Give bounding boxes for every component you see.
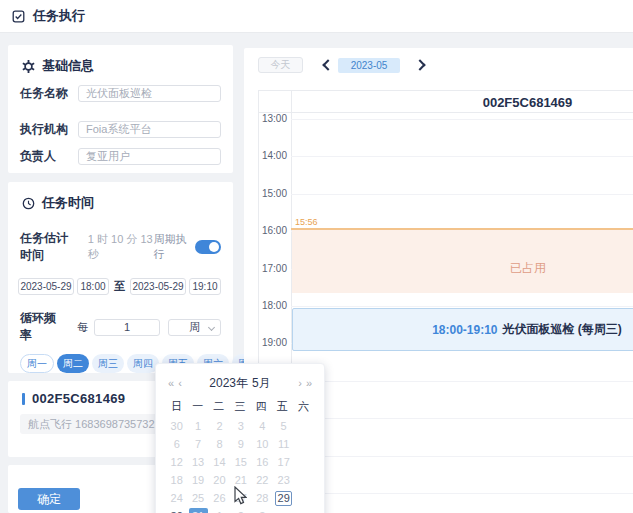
- page-title: 任务执行: [33, 7, 85, 25]
- estimate-label: 任务估计时间: [20, 230, 80, 264]
- frequency-unit-value: 周: [189, 321, 200, 333]
- hour-label: 15:00: [259, 188, 287, 199]
- year-select[interactable]: 2023年: [209, 375, 248, 392]
- hour-gridline: [291, 119, 633, 120]
- date-cell-30[interactable]: 30: [166, 507, 187, 513]
- next-year-button[interactable]: »: [304, 377, 314, 389]
- date-number: 1: [190, 419, 207, 434]
- next-month-arrow-icon[interactable]: [414, 59, 425, 70]
- date-picker-title: 2023年 5月: [184, 375, 296, 392]
- gear-icon: [22, 60, 35, 73]
- dp-weekday: 四: [251, 399, 272, 414]
- repeat-toggle[interactable]: [195, 240, 221, 254]
- date-cell-30: 30: [166, 417, 187, 435]
- date-number: 31: [189, 508, 208, 513]
- hour-gridline: [291, 418, 633, 419]
- weekday-pill-1[interactable]: 周一: [20, 354, 54, 373]
- weekday-pill-2[interactable]: 周二: [57, 354, 89, 373]
- date-number: 19: [190, 473, 207, 488]
- date-number: 3: [232, 419, 249, 434]
- date-cell-1: 1: [187, 417, 208, 435]
- frequency-unit-select[interactable]: 周: [168, 319, 221, 336]
- date-number: 3: [254, 509, 271, 513]
- frequency-input[interactable]: 1: [94, 319, 160, 336]
- route-title: 002F5C681469: [32, 391, 125, 406]
- date-number: 28: [254, 491, 271, 506]
- date-number: 4: [254, 419, 271, 434]
- date-cell-24: 24: [166, 489, 187, 507]
- time-section-title: 任务时间: [42, 194, 94, 212]
- date-number: 18: [168, 473, 185, 488]
- date-cell-19: 19: [187, 471, 208, 489]
- date-cell-1: 1: [209, 507, 230, 513]
- basic-section-header: 基础信息: [8, 45, 233, 75]
- clock-icon: [22, 197, 35, 210]
- date-cell-11: 11: [273, 435, 294, 453]
- chevron-down-icon: [208, 323, 215, 330]
- end-date-input[interactable]: 2023-05-29: [130, 278, 186, 295]
- dp-weekday: 六: [293, 399, 314, 414]
- date-cell-23: 23: [273, 471, 294, 489]
- to-label: 至: [114, 279, 125, 294]
- date-number: 6: [168, 437, 185, 452]
- date-number: 2: [211, 419, 228, 434]
- date-cell-4: 4: [252, 417, 273, 435]
- event-block[interactable]: 18:00-19:10 光伏面板巡检 (每周三): [292, 308, 633, 351]
- hour-gridline: [291, 381, 633, 382]
- date-number: 1: [211, 509, 228, 513]
- date-number: 30: [168, 419, 185, 434]
- date-cell-8: 8: [209, 435, 230, 453]
- date-cell-9: 9: [230, 435, 251, 453]
- hour-label: 14:00: [259, 150, 287, 161]
- today-button[interactable]: 今天: [258, 57, 303, 73]
- form-row: 任务名称光伏面板巡检: [20, 85, 221, 102]
- date-cell-15: 15: [230, 453, 251, 471]
- task-check-icon: [12, 10, 25, 23]
- mouse-cursor: [232, 486, 247, 505]
- estimate-row: 任务估计时间 1 时 10 分 13 秒 周期执行: [8, 230, 233, 264]
- date-number: 14: [211, 455, 228, 470]
- date-cell-6: 6: [166, 435, 187, 453]
- hour-gridline: [291, 194, 633, 195]
- time-section-header: 任务时间: [8, 182, 233, 212]
- field-input-0[interactable]: 光伏面板巡检: [78, 85, 221, 102]
- end-time-input[interactable]: 19:10: [189, 278, 221, 295]
- hour-label: 17:00: [259, 263, 287, 274]
- prev-year-button[interactable]: «: [166, 377, 176, 389]
- dp-weekday: 一: [187, 399, 208, 414]
- every-label: 每: [77, 320, 88, 335]
- next-month-button[interactable]: ›: [296, 377, 304, 389]
- field-label-1: 执行机构: [20, 121, 78, 138]
- date-number: 15: [232, 455, 249, 470]
- date-number: 11: [275, 437, 292, 452]
- form-row: 执行机构Foia系统平台: [20, 121, 221, 138]
- confirm-button[interactable]: 确定: [18, 488, 80, 510]
- date-cell-7: 7: [187, 435, 208, 453]
- field-input-1[interactable]: Foia系统平台: [78, 121, 221, 138]
- start-date-input[interactable]: 2023-05-29: [18, 278, 74, 295]
- hour-label: 18:00: [259, 300, 287, 311]
- date-cell-2: 2: [230, 507, 251, 513]
- date-number: 23: [275, 473, 292, 488]
- date-cell-29[interactable]: 29: [273, 489, 294, 507]
- occupied-label: 已占用: [510, 260, 546, 277]
- date-cell-17: 17: [273, 453, 294, 471]
- prev-month-arrow-icon[interactable]: [322, 59, 333, 70]
- date-cell-22: 22: [252, 471, 273, 489]
- start-time-input[interactable]: 18:00: [77, 278, 109, 295]
- weekday-pill-3[interactable]: 周三: [92, 354, 124, 373]
- basic-fields: 任务名称光伏面板巡检执行机构Foia系统平台负责人复亚用户: [8, 85, 233, 165]
- event-title: 光伏面板巡检 (每周三): [503, 321, 622, 338]
- date-number: 20: [211, 473, 228, 488]
- repeat-label: 周期执行: [153, 232, 190, 262]
- date-cell-18: 18: [166, 471, 187, 489]
- date-cell-31[interactable]: 31: [187, 507, 208, 513]
- prev-month-button[interactable]: ‹: [176, 377, 184, 389]
- basic-info-card: 基础信息 任务名称光伏面板巡检执行机构Foia系统平台负责人复亚用户: [8, 45, 233, 173]
- date-cell-14: 14: [209, 453, 230, 471]
- date-number: 13: [190, 455, 207, 470]
- estimate-value: 1 时 10 分 13 秒: [88, 232, 154, 262]
- month-select[interactable]: 5月: [252, 375, 271, 392]
- field-input-2[interactable]: 复亚用户: [78, 148, 221, 165]
- hour-gridline: [291, 156, 633, 157]
